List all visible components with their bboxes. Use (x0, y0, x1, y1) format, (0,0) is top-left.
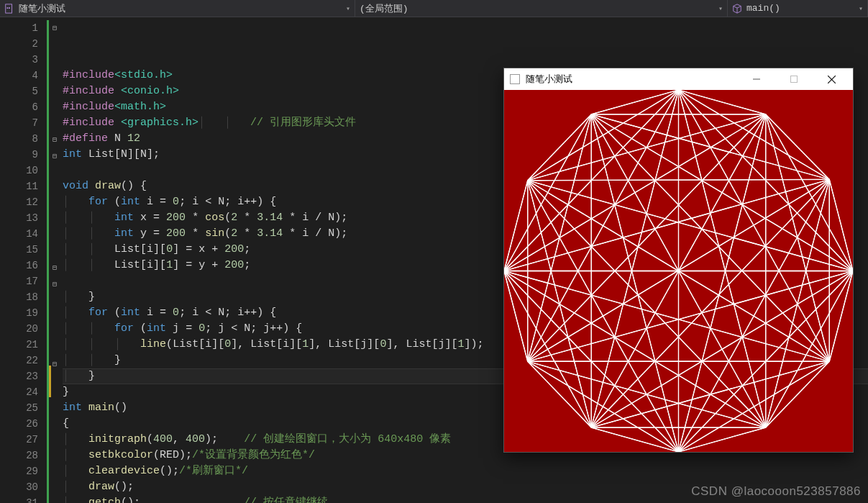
line-number: 6 (0, 99, 38, 115)
fold-slot: ⊟ (47, 148, 63, 165)
line-number: 28 (0, 448, 38, 463)
line-number: 3 (0, 52, 38, 68)
code-line[interactable]: │ │ for (int j = 0; j < N; j++) { (63, 321, 868, 337)
cpp-file-icon (4, 4, 14, 14)
line-number: 15 (0, 242, 38, 258)
fold-slot (47, 37, 63, 53)
line-number: 21 (0, 337, 38, 353)
fold-slot (47, 468, 63, 484)
line-number: 11 (0, 178, 38, 194)
line-number: 26 (0, 416, 38, 432)
fold-slot (47, 212, 63, 228)
code-line[interactable]: │ │ } (63, 353, 868, 368)
fold-slot: ⊟ (47, 260, 63, 276)
line-number: 9 (0, 147, 38, 163)
fold-slot: ⊟ (47, 132, 63, 148)
line-number: 8 (0, 131, 38, 147)
svg-rect-2 (9, 7, 10, 9)
code-line[interactable] (63, 273, 868, 289)
function-dropdown[interactable]: main() ▾ (728, 0, 868, 17)
scope-dropdown[interactable]: (全局范围) ▾ (355, 0, 728, 17)
file-dropdown[interactable]: 随笔小测试 ▾ (0, 0, 355, 17)
fold-toggle[interactable]: ⊟ (52, 361, 57, 368)
code-line[interactable]: │ getch(); // 按任意键继续 (63, 495, 868, 503)
line-number: 18 (0, 289, 38, 305)
code-line[interactable]: │ } (63, 289, 868, 305)
code-line[interactable]: { (63, 416, 868, 432)
code-line[interactable]: void draw() { (63, 178, 868, 194)
line-number: 1 (0, 20, 38, 36)
fold-slot (47, 499, 63, 503)
fold-slot (47, 325, 63, 340)
fold-slot (47, 404, 63, 420)
code-line[interactable]: │ for (int i = 0; i < N; i++) { (63, 194, 868, 210)
code-line[interactable]: #include<math.h> (63, 99, 868, 115)
code-line[interactable]: │ draw(); (63, 479, 868, 495)
line-number: 16 (0, 258, 38, 273)
fold-toggle[interactable]: ⊟ (52, 153, 57, 160)
fold-slot: ⊟ (47, 276, 63, 293)
line-number: 19 (0, 305, 38, 321)
fold-slot (47, 452, 63, 468)
line-number: 20 (0, 321, 38, 337)
line-number: 25 (0, 400, 38, 416)
line-number: 31 (0, 495, 38, 503)
code-line[interactable]: int main() (63, 400, 868, 416)
change-bar-yellow (49, 366, 51, 397)
fold-slot (47, 68, 63, 84)
code-line[interactable]: } (63, 384, 868, 400)
line-number-gutter: 1234567891011121314151617181920212223242… (0, 17, 47, 503)
code-line[interactable]: int List[N][N]; (63, 147, 868, 163)
scope-label: (全局范围) (360, 2, 408, 15)
fold-slot (47, 165, 63, 181)
line-number: 13 (0, 210, 38, 226)
cube-icon (732, 4, 742, 14)
line-number: 12 (0, 194, 38, 210)
code-editor[interactable]: 1234567891011121314151617181920212223242… (0, 17, 868, 503)
code-line[interactable]: │ │ int y = 200 * sin(2 * 3.14 * i / N); (63, 226, 868, 242)
code-line[interactable]: #define N 12 (63, 131, 868, 147)
code-line[interactable]: │ │ int x = 200 * cos(2 * 3.14 * i / N); (63, 210, 868, 226)
chevron-down-icon: ▾ (346, 4, 350, 13)
fold-slot (47, 436, 63, 452)
fold-slot (47, 196, 63, 212)
code-area[interactable]: #include<stdio.h>#include <conio.h>#incl… (63, 17, 868, 503)
line-number: 10 (0, 163, 38, 178)
code-line[interactable]: │ │ List[i][1] = y + 200; (63, 258, 868, 273)
code-line[interactable]: │ │ │ line(List[i][0], List[i][1], List[… (63, 337, 868, 353)
fold-slot (47, 53, 63, 68)
fold-toggle[interactable]: ⊟ (52, 136, 57, 144)
line-number: 23 (0, 368, 38, 384)
fold-slot: ⊟ (47, 20, 63, 37)
code-line[interactable]: #include <conio.h> (63, 83, 868, 99)
line-number: 22 (0, 353, 38, 368)
code-line[interactable]: │ setbkcolor(RED);/*设置背景颜色为红色*/ (63, 448, 868, 463)
line-number: 2 (0, 36, 38, 52)
fold-slot (47, 244, 63, 260)
code-line[interactable] (63, 163, 868, 178)
fold-slot (47, 100, 63, 116)
code-line[interactable]: │ for (int i = 0; i < N; i++) { (63, 305, 868, 321)
code-line[interactable]: │ initgraph(400, 400); // 创建绘图窗口，大小为 640… (63, 432, 868, 448)
function-label: main() (746, 3, 780, 14)
line-number: 27 (0, 432, 38, 448)
fold-slot (47, 340, 63, 356)
code-line[interactable]: │ } (63, 368, 868, 384)
line-number: 7 (0, 115, 38, 131)
fold-toggle[interactable]: ⊟ (52, 281, 57, 289)
chevron-down-icon: ▾ (859, 4, 863, 13)
fold-toggle[interactable]: ⊟ (52, 264, 57, 272)
code-line[interactable]: #include <graphics.h>│ │ // 引用图形库头文件 (63, 115, 868, 131)
fold-slot (47, 84, 63, 100)
line-number: 17 (0, 273, 38, 289)
line-number: 24 (0, 384, 38, 400)
fold-slot (47, 309, 63, 325)
fold-toggle[interactable]: ⊟ (52, 24, 57, 32)
line-number: 30 (0, 479, 38, 495)
code-line[interactable]: │ cleardevice();/*刷新窗口*/ (63, 463, 868, 479)
fold-slot (47, 181, 63, 196)
line-number: 29 (0, 463, 38, 479)
code-line[interactable]: #include<stdio.h> (63, 68, 868, 83)
file-label: 随笔小测试 (19, 2, 65, 15)
code-line[interactable]: │ │ List[i][0] = x + 200; (63, 242, 868, 258)
